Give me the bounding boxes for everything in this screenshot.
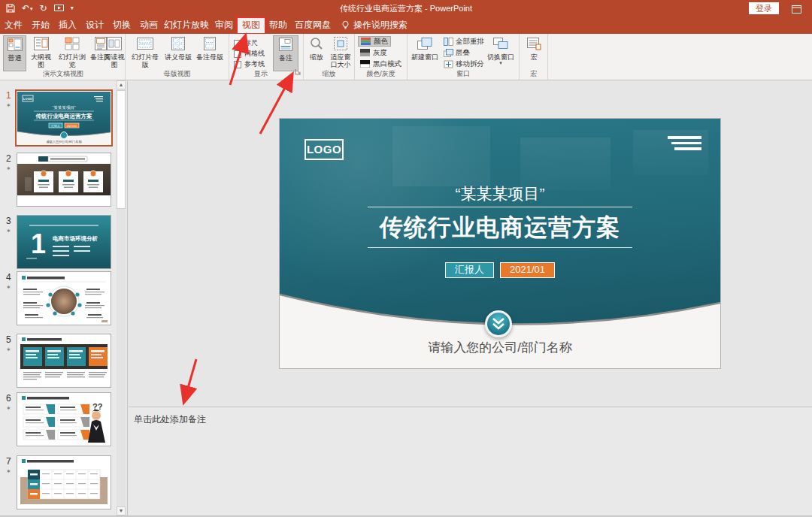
fit-to-window-label: 适应窗口大小 bbox=[329, 53, 353, 68]
scroll-up-icon[interactable]: ▲ bbox=[117, 80, 126, 89]
slide-3-thumbnail-preview: 1 电商市场环境分析 bbox=[17, 216, 111, 268]
notes-pane[interactable]: 单击此处添加备注 bbox=[129, 407, 812, 515]
tab-file[interactable]: 文件 bbox=[0, 17, 27, 34]
slide-2-thumbnail[interactable] bbox=[17, 153, 111, 206]
slide-4-thumbnail-preview bbox=[17, 272, 111, 325]
tell-me-search-label: 操作说明搜索 bbox=[353, 19, 408, 32]
zoom-icon bbox=[310, 35, 323, 52]
group-show: 标尺 网格线 参考线 备注 显示 bbox=[229, 34, 304, 80]
black-white-button[interactable]: 黑白模式 bbox=[358, 59, 404, 69]
tab-view[interactable]: 视图 bbox=[238, 17, 265, 34]
slide-6-thumbnail-preview: ?? bbox=[17, 393, 111, 446]
undo-icon[interactable]: ↶▾ bbox=[22, 4, 33, 13]
handout-master-button[interactable]: 讲义母版 bbox=[163, 35, 193, 71]
outline-view-button[interactable]: 大纲视图 bbox=[28, 35, 54, 71]
reading-view-button[interactable]: 阅读视图 bbox=[102, 35, 127, 71]
handout-master-icon bbox=[171, 35, 185, 52]
slide-2-thumbnail-preview bbox=[17, 153, 111, 206]
slide-sorter-button[interactable]: 幻灯片浏览 bbox=[56, 35, 89, 71]
fit-to-window-button[interactable]: 适应窗口大小 bbox=[329, 35, 353, 71]
move-split-button[interactable]: 移动拆分 bbox=[444, 59, 484, 69]
slide-3-number: 3 bbox=[6, 216, 11, 226]
date-badge[interactable]: 2021/01 bbox=[500, 262, 555, 278]
slide-1-editor[interactable]: LOGO “某某某项目” 传统行业电商运营方案 汇报人 2021/01 bbox=[280, 119, 720, 368]
tab-animations[interactable]: 动画 bbox=[135, 17, 162, 34]
slide-main-title[interactable]: 传统行业电商运营方案 bbox=[280, 212, 720, 243]
company-name-placeholder[interactable]: 请输入您的公司/部门名称 bbox=[280, 339, 720, 356]
tab-design[interactable]: 设计 bbox=[81, 17, 108, 34]
tell-me-search[interactable]: 操作说明搜索 bbox=[341, 17, 408, 34]
outline-view-label: 大纲视图 bbox=[28, 53, 54, 68]
group-label-show: 显示 bbox=[229, 69, 292, 79]
svg-text:传统行业电商运营方案: 传统行业电商运营方案 bbox=[35, 113, 93, 119]
slide-logo-box[interactable]: LOGO bbox=[304, 139, 344, 160]
arrange-all-button[interactable]: 全部重排 bbox=[444, 37, 484, 47]
slide-7-number: 7 bbox=[6, 456, 11, 467]
move-split-icon bbox=[444, 60, 453, 68]
slide-4-thumbnail[interactable] bbox=[17, 272, 111, 325]
presenter-badge[interactable]: 汇报人 bbox=[445, 262, 494, 278]
tab-home[interactable]: 开始 bbox=[27, 17, 54, 34]
slide-1-thumbnail-preview: LOGO “某某某项目” 传统行业电商运营方案 汇报人 2021/01 请输入您… bbox=[17, 92, 111, 144]
notes-master-icon bbox=[204, 35, 216, 52]
slide-master-button[interactable]: 幻灯片母版 bbox=[129, 35, 162, 71]
black-white-icon bbox=[360, 60, 370, 68]
show-dialog-launcher-icon[interactable] bbox=[295, 65, 301, 78]
color-mode-button[interactable]: 颜色 bbox=[358, 36, 391, 47]
save-icon[interactable] bbox=[6, 4, 15, 13]
guides-checkbox-box bbox=[234, 61, 241, 68]
tab-help[interactable]: 帮助 bbox=[265, 17, 292, 34]
zoom-button[interactable]: 缩放 bbox=[306, 35, 327, 71]
new-window-button[interactable]: 新建窗口 bbox=[410, 35, 440, 71]
notes-master-button[interactable]: 备注母版 bbox=[195, 35, 225, 71]
grayscale-button[interactable]: 灰度 bbox=[358, 47, 389, 58]
ribbon-display-options-icon[interactable] bbox=[792, 3, 801, 17]
macros-button[interactable]: 宏 bbox=[523, 35, 545, 71]
normal-view-label: 普通 bbox=[8, 54, 22, 62]
group-label-macros: 宏 bbox=[520, 69, 547, 79]
switch-windows-button[interactable]: 切换窗口 ▾ bbox=[486, 35, 516, 71]
group-color-grayscale: 颜色 灰度 黑白模式 颜色/灰度 bbox=[355, 34, 408, 80]
tab-slideshow[interactable]: 幻灯片放映 bbox=[162, 17, 211, 34]
arrange-all-label: 全部重排 bbox=[456, 37, 484, 47]
slide-3-thumbnail[interactable]: 1 电商市场环境分析 bbox=[17, 216, 111, 268]
tab-insert[interactable]: 插入 bbox=[54, 17, 81, 34]
slide-editing-canvas[interactable]: LOGO “某某某项目” 传统行业电商运营方案 汇报人 2021/01 bbox=[129, 80, 812, 407]
scrollbar-thumb[interactable] bbox=[117, 90, 126, 209]
slide-5-thumbnail[interactable] bbox=[17, 334, 111, 387]
slide-4-number: 4 bbox=[6, 272, 11, 283]
notes-toggle-label: 备注 bbox=[279, 54, 292, 62]
slide-project-subtitle[interactable]: “某某某项目” bbox=[280, 183, 720, 204]
start-slideshow-icon[interactable] bbox=[54, 5, 64, 13]
gridlines-checkbox-box bbox=[234, 50, 241, 58]
sign-in-button[interactable]: 登录 bbox=[749, 2, 779, 14]
slide-6-thumbnail[interactable]: ?? bbox=[17, 393, 111, 446]
guides-checkbox[interactable]: 参考线 bbox=[234, 59, 265, 69]
notes-placeholder[interactable]: 单击此处添加备注 bbox=[134, 413, 206, 426]
customize-qat-icon[interactable]: ▾ bbox=[71, 5, 74, 11]
cascade-icon bbox=[444, 49, 453, 57]
chevron-down-button[interactable] bbox=[485, 310, 512, 337]
switch-windows-icon bbox=[493, 35, 508, 52]
cascade-button[interactable]: 层叠 bbox=[444, 48, 470, 58]
tab-baidu-netdisk[interactable]: 百度网盘 bbox=[292, 17, 334, 34]
normal-view-button[interactable]: 普通 bbox=[3, 35, 26, 71]
grayscale-label: 灰度 bbox=[373, 48, 387, 58]
title-divider-top bbox=[368, 207, 632, 207]
new-window-label: 新建窗口 bbox=[411, 53, 438, 61]
slide-2-animation-star-icon: ✶ bbox=[6, 165, 11, 172]
scroll-down-icon[interactable]: ▼ bbox=[117, 506, 126, 515]
guides-checkbox-label: 参考线 bbox=[244, 59, 265, 69]
ruler-checkbox[interactable]: 标尺 bbox=[234, 38, 258, 48]
slide-7-thumbnail[interactable] bbox=[17, 456, 111, 509]
black-white-label: 黑白模式 bbox=[373, 59, 401, 69]
redo-icon[interactable]: ↻ bbox=[40, 4, 47, 13]
slide-1-thumbnail[interactable]: LOGO “某某某项目” 传统行业电商运营方案 汇报人 2021/01 请输入您… bbox=[17, 92, 111, 144]
thumbnail-scrollbar[interactable]: ▲ ▼ bbox=[117, 80, 126, 515]
group-master-views: 幻灯片母版 讲义母版 备注母版 母版视图 bbox=[126, 34, 229, 80]
tab-transitions[interactable]: 切换 bbox=[108, 17, 135, 34]
tab-review[interactable]: 审阅 bbox=[211, 17, 238, 34]
gridlines-checkbox[interactable]: 网格线 bbox=[234, 49, 265, 59]
notes-master-label: 备注母版 bbox=[196, 53, 223, 61]
ruler-checkbox-box bbox=[234, 40, 241, 47]
